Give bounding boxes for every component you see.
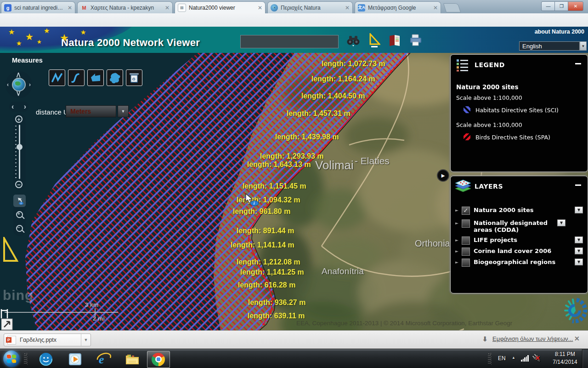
pan-compass[interactable]: ᐱ ‹ › ᐯ (6, 71, 32, 98)
tab-sci-natural[interactable]: g sci natural ingredients - A ✕ (1, 1, 75, 13)
tab-close-icon[interactable]: ✕ (68, 5, 72, 11)
zoom-slider[interactable]: + − (13, 114, 26, 190)
layer-dropdown-icon[interactable]: ▼ (575, 259, 583, 265)
measurement-label: length: 1,072.73 m (322, 60, 385, 68)
svg-text:♻: ♻ (132, 77, 136, 81)
measurement-label: length: 1,141.25 m (240, 268, 304, 276)
prev-extent-icon[interactable]: ‹ (11, 103, 14, 111)
hidden-icons-arrow[interactable]: ▲ (512, 356, 515, 360)
header-search-input[interactable] (240, 35, 339, 48)
draw-polygon-button[interactable] (87, 69, 104, 86)
tab-close-icon[interactable]: ✕ (433, 5, 438, 11)
powerdvd-icon[interactable] (39, 352, 53, 366)
zoom-slider-thumb[interactable] (17, 144, 23, 150)
legend-scale-note: Scale above 1:100,000 (456, 94, 522, 101)
start-button[interactable] (3, 351, 20, 367)
guide-book-icon[interactable] (387, 32, 402, 49)
zoom-in-icon[interactable]: + (15, 115, 23, 123)
download-item[interactable]: Γαρδελης.pptx ▼ (4, 334, 91, 346)
legend-minimize-icon[interactable] (575, 63, 581, 64)
layers-icon (454, 179, 472, 196)
measurement-label: length: 1,141.14 m (231, 241, 294, 249)
tab-perioxes-natura[interactable]: ◔ Περιοχές Natura ✕ (267, 1, 353, 13)
show-all-downloads-link[interactable]: Εμφάνιση όλων των λήψεων... (492, 335, 573, 342)
draw-freehand-line-button[interactable] (68, 69, 85, 86)
expand-arrow-icon[interactable]: ► (455, 238, 461, 242)
internet-explorer-icon[interactable]: e (96, 352, 111, 366)
site-header: ★ ★ ★ ★ ★ ★ ★ Natura 2000 Network Viewer (0, 27, 588, 53)
legend-icon (456, 58, 470, 74)
tab-title: Περιοχές Natura (281, 5, 342, 11)
measurement-label: length: 961.80 m (233, 207, 290, 216)
tab-natura2000-viewer[interactable]: ▤ Natura2000 viewer ✕ (175, 1, 266, 13)
layer-dropdown-icon[interactable]: ▼ (557, 219, 565, 226)
zoom-slider-track[interactable] (19, 125, 20, 179)
layer-dropdown-icon[interactable]: ▼ (575, 247, 583, 254)
checkbox-checked[interactable]: ✓ (462, 207, 470, 215)
clock-time[interactable]: 8:11 PM (549, 351, 581, 357)
ruler-corner-icon[interactable] (0, 307, 12, 319)
layer-row-corine: ► Corine land cover 2006 ▼ (455, 247, 583, 256)
power-plug-icon[interactable]: 🔌✕ (532, 354, 541, 362)
language-select-arrow-icon[interactable]: ▼ (580, 41, 587, 51)
layer-label: Natura 2000 sites (474, 207, 573, 213)
new-tab-button[interactable] (443, 3, 461, 12)
tab-google-translate[interactable]: 文A Μετάφραση Google ✕ (355, 1, 441, 13)
clock-date[interactable]: 7/14/2014 (549, 359, 581, 365)
distance-units-arrow-icon[interactable]: ▼ (118, 105, 129, 117)
draw-freehand-polygon-button[interactable] (107, 69, 123, 86)
checkbox-unchecked[interactable] (462, 259, 470, 267)
pan-left-icon[interactable]: ‹ (7, 81, 9, 88)
layer-dropdown-icon[interactable]: ▼ (575, 236, 583, 243)
language-select[interactable]: English (519, 41, 580, 51)
checkbox-unchecked[interactable] (462, 236, 470, 245)
chrome-taskbar-button[interactable] (147, 351, 170, 368)
layers-minimize-icon[interactable] (575, 184, 581, 186)
panel-collapse-button[interactable]: ▶ (437, 169, 449, 182)
file-explorer-icon[interactable] (125, 352, 140, 366)
expand-arrow-icon[interactable]: ► (455, 221, 461, 225)
download-bar: Γαρδελης.pptx ▼ ⬇ Εμφάνιση όλων των λήψε… (0, 330, 588, 349)
draw-polyline-button[interactable] (49, 69, 65, 86)
language-indicator[interactable]: EN (498, 355, 506, 362)
expand-arrow-icon[interactable]: ► (455, 208, 461, 213)
pan-down-icon[interactable]: ᐯ (17, 91, 20, 97)
tab-title: Natura2000 viewer (189, 5, 255, 11)
zoom-in-magnifier-icon[interactable]: + (13, 208, 26, 221)
show-desktop-button[interactable] (582, 349, 588, 368)
identify-hand-icon[interactable]: i (13, 195, 26, 207)
window-close-button[interactable]: ✕ (568, 1, 583, 11)
network-signal-icon[interactable] (521, 355, 529, 362)
expand-corner-icon[interactable] (1, 318, 13, 330)
next-extent-icon[interactable]: › (24, 103, 26, 111)
tab-close-icon[interactable]: ✕ (258, 5, 262, 11)
zoom-out-icon[interactable]: − (15, 181, 23, 188)
measure-tool-icon[interactable] (367, 32, 382, 49)
layers-panel: LAYERS ► ✓ Natura 2000 sites ▼ ► Nationa… (450, 176, 588, 293)
tab-title: Χαρτες Natura - kpezakyn (90, 5, 162, 11)
expand-arrow-icon[interactable]: ► (455, 249, 461, 253)
map-tool-column: i + − (13, 194, 26, 236)
search-binoculars-icon[interactable] (345, 32, 361, 49)
window-minimize-button[interactable]: — (541, 1, 555, 11)
globe-home-button[interactable] (12, 78, 26, 92)
media-player-icon[interactable] (68, 352, 83, 366)
distance-units-select[interactable]: Meters (66, 105, 116, 117)
zoom-out-magnifier-icon[interactable]: − (13, 222, 26, 235)
tab-gmail[interactable]: M Χαρτες Natura - kpezakyn ✕ (77, 1, 173, 13)
print-icon[interactable] (408, 32, 424, 49)
checkbox-unchecked[interactable] (462, 219, 470, 228)
download-bar-close-icon[interactable]: ✕ (574, 335, 580, 342)
checkbox-unchecked[interactable] (462, 247, 470, 256)
window-restore-button[interactable]: ❐ (554, 1, 569, 11)
download-arrow-icon: ⬇ (482, 335, 488, 343)
download-item-arrow-icon[interactable]: ▼ (81, 334, 90, 346)
about-natura-link[interactable]: about Natura 2000 (535, 29, 584, 35)
expand-arrow-icon[interactable]: ► (455, 260, 461, 264)
pan-right-icon[interactable]: › (29, 81, 31, 88)
layer-dropdown-icon[interactable]: ▼ (575, 207, 583, 213)
tab-close-icon[interactable]: ✕ (345, 5, 350, 11)
clear-measurements-trash-button[interactable]: ♻ (126, 69, 142, 86)
tab-close-icon[interactable]: ✕ (165, 5, 170, 11)
scale-km-label: 3 km (85, 301, 99, 308)
